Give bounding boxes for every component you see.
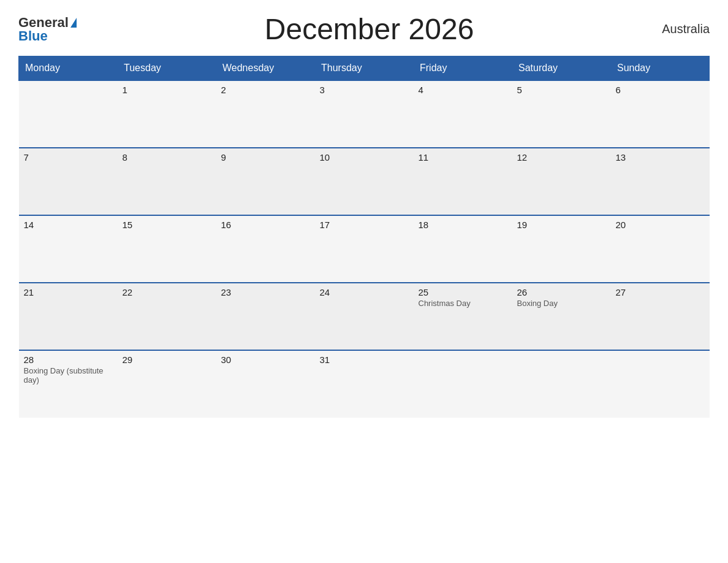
day-number: 29 bbox=[123, 354, 211, 365]
calendar-cell: 19 bbox=[512, 215, 611, 283]
weekday-header-sunday: Sunday bbox=[611, 56, 710, 81]
calendar-cell: 28Boxing Day (substitute day) bbox=[19, 350, 118, 418]
day-number: 5 bbox=[517, 85, 606, 95]
calendar-cell: 8 bbox=[118, 148, 216, 215]
day-number: 27 bbox=[616, 287, 705, 297]
day-number: 28 bbox=[24, 354, 113, 365]
calendar-cell: 29 bbox=[118, 350, 216, 418]
calendar-row-3: 14151617181920 bbox=[19, 215, 710, 283]
calendar-cell: 2 bbox=[216, 80, 315, 148]
calendar-row-2: 78910111213 bbox=[19, 148, 710, 215]
logo-general-text: General bbox=[18, 16, 69, 29]
calendar-cell bbox=[414, 350, 512, 418]
weekday-header-thursday: Thursday bbox=[315, 56, 414, 81]
calendar-cell: 20 bbox=[611, 215, 710, 283]
calendar-cell: 4 bbox=[414, 80, 512, 148]
day-number: 11 bbox=[419, 152, 507, 163]
day-number: 7 bbox=[24, 152, 113, 163]
calendar-cell: 25Christmas Day bbox=[414, 283, 512, 350]
day-number: 26 bbox=[517, 287, 606, 297]
calendar-cell: 17 bbox=[315, 215, 414, 283]
calendar-cell: 30 bbox=[216, 350, 315, 418]
calendar-cell bbox=[19, 80, 118, 148]
calendar-cell: 11 bbox=[414, 148, 512, 215]
calendar-cell: 24 bbox=[315, 283, 414, 350]
calendar-cell: 7 bbox=[19, 148, 118, 215]
day-number: 23 bbox=[221, 287, 310, 297]
calendar-cell: 18 bbox=[414, 215, 512, 283]
day-number: 13 bbox=[616, 152, 705, 163]
calendar-row-5: 28Boxing Day (substitute day)293031 bbox=[19, 350, 710, 418]
day-number: 3 bbox=[320, 85, 409, 95]
calendar-cell: 3 bbox=[315, 80, 414, 148]
weekday-header-saturday: Saturday bbox=[512, 56, 611, 81]
calendar-cell: 31 bbox=[315, 350, 414, 418]
calendar-cell bbox=[512, 350, 611, 418]
day-number: 9 bbox=[221, 152, 310, 163]
page-title: December 2026 bbox=[265, 12, 474, 46]
holiday-label: Boxing Day bbox=[517, 299, 606, 308]
holiday-label: Boxing Day (substitute day) bbox=[24, 366, 113, 385]
weekday-header-friday: Friday bbox=[414, 56, 512, 81]
day-number: 19 bbox=[517, 220, 606, 230]
logo: General Blue bbox=[18, 16, 77, 43]
day-number: 24 bbox=[320, 287, 409, 297]
day-number: 1 bbox=[123, 85, 211, 95]
calendar-table: MondayTuesdayWednesdayThursdayFridaySatu… bbox=[18, 56, 710, 418]
calendar-cell: 13 bbox=[611, 148, 710, 215]
weekday-header-wednesday: Wednesday bbox=[216, 56, 315, 81]
weekday-header-monday: Monday bbox=[19, 56, 118, 81]
day-number: 8 bbox=[123, 152, 211, 163]
day-number: 20 bbox=[616, 220, 705, 230]
calendar-cell: 23 bbox=[216, 283, 315, 350]
calendar-cell bbox=[611, 350, 710, 418]
calendar-cell: 6 bbox=[611, 80, 710, 148]
day-number: 21 bbox=[24, 287, 113, 297]
day-number: 14 bbox=[24, 220, 113, 230]
calendar-row-4: 2122232425Christmas Day26Boxing Day27 bbox=[19, 283, 710, 350]
day-number: 30 bbox=[221, 354, 310, 365]
calendar-cell: 5 bbox=[512, 80, 611, 148]
calendar-cell: 15 bbox=[118, 215, 216, 283]
day-number: 15 bbox=[123, 220, 211, 230]
calendar-cell: 1 bbox=[118, 80, 216, 148]
calendar-cell: 26Boxing Day bbox=[512, 283, 611, 350]
calendar-cell: 9 bbox=[216, 148, 315, 215]
calendar-cell: 10 bbox=[315, 148, 414, 215]
calendar-cell: 27 bbox=[611, 283, 710, 350]
day-number: 4 bbox=[419, 85, 507, 95]
day-number: 16 bbox=[221, 220, 310, 230]
page-header: General Blue December 2026 Australia bbox=[18, 12, 710, 46]
day-number: 22 bbox=[123, 287, 211, 297]
calendar-row-1: 123456 bbox=[19, 80, 710, 148]
day-number: 31 bbox=[320, 354, 409, 365]
day-number: 2 bbox=[221, 85, 310, 95]
day-number: 17 bbox=[320, 220, 409, 230]
calendar-cell: 22 bbox=[118, 283, 216, 350]
calendar-cell: 12 bbox=[512, 148, 611, 215]
holiday-label: Christmas Day bbox=[419, 299, 507, 308]
day-number: 12 bbox=[517, 152, 606, 163]
weekday-header-tuesday: Tuesday bbox=[118, 56, 216, 81]
day-number: 25 bbox=[419, 287, 507, 297]
weekday-header-row: MondayTuesdayWednesdayThursdayFridaySatu… bbox=[19, 56, 710, 81]
calendar-cell: 14 bbox=[19, 215, 118, 283]
country-label: Australia bbox=[662, 22, 710, 36]
logo-blue-text: Blue bbox=[18, 28, 48, 44]
calendar-cell: 21 bbox=[19, 283, 118, 350]
day-number: 18 bbox=[419, 220, 507, 230]
day-number: 10 bbox=[320, 152, 409, 163]
day-number: 6 bbox=[616, 85, 705, 95]
calendar-cell: 16 bbox=[216, 215, 315, 283]
logo-triangle-icon bbox=[70, 18, 77, 28]
